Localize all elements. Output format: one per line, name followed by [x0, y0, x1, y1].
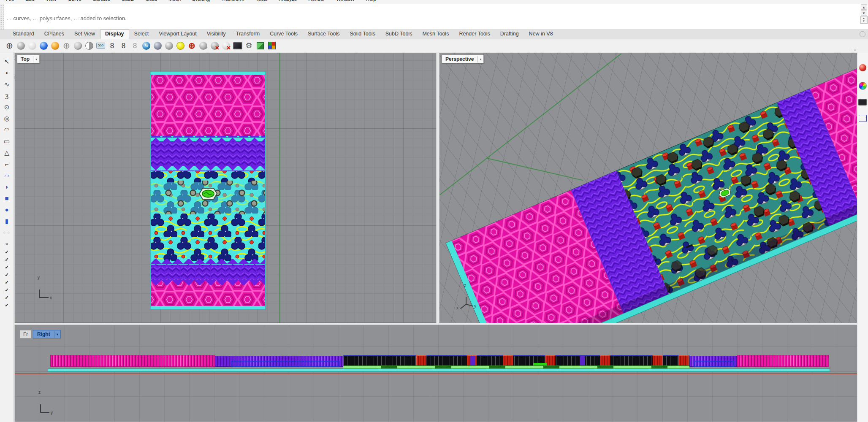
axis-label-x: x	[50, 295, 52, 300]
viewport-right[interactable]: Fr Right ▾ z y	[14, 325, 857, 422]
rendered-display-icon[interactable]	[38, 41, 49, 51]
viewport-top[interactable]: Top ▾ y x	[14, 53, 437, 323]
toolbar-tab-set-view[interactable]: Set View	[69, 29, 100, 39]
toolbar-tab-display[interactable]: Display	[100, 29, 129, 39]
toolbar-tab-subd-tools[interactable]: SubD Tools	[380, 29, 418, 39]
control-point-curve-tool-icon[interactable]: ∿	[0, 78, 14, 90]
toolbar-tab-cplanes[interactable]: CPlanes	[39, 29, 69, 39]
command-spinner[interactable]: ▲ ▼	[860, 16, 868, 24]
sphere-tool-icon[interactable]: ●	[0, 204, 14, 215]
fillet-tool-icon[interactable]: ⌐	[0, 158, 14, 170]
viewport-perspective[interactable]: Perspective ▾ z y x	[439, 53, 857, 323]
osnap-check-icon[interactable]: ✓	[5, 295, 8, 303]
raytraced-display-icon[interactable]	[50, 41, 60, 51]
chevron-down-icon[interactable]: ▾	[54, 331, 60, 338]
osnap-check-icon[interactable]: ✓	[5, 249, 8, 257]
arc-tool-icon[interactable]: ◠	[0, 124, 14, 135]
flat-shade-icon[interactable]	[175, 41, 186, 51]
ghosted-xray-display-icon[interactable]: 8	[130, 41, 140, 51]
toolbar-tab-render-tools[interactable]: Render Tools	[454, 29, 495, 39]
rhino-properties-icon[interactable]	[858, 63, 867, 72]
collapse-dash-icon[interactable]: –	[849, 47, 852, 52]
float-circle-icon[interactable]: ○	[854, 47, 856, 52]
xray-display-icon[interactable]: 8	[118, 41, 129, 51]
clear-meshes-icon[interactable]: ✕	[209, 41, 220, 51]
osnap-check-icon[interactable]: ✓	[5, 265, 8, 272]
toolbar-overflow-controls[interactable]: – ○	[849, 47, 856, 52]
menu-item-tools[interactable]: Tools	[256, 0, 268, 2]
toolbar-tab-surface-tools[interactable]: Surface Tools	[303, 29, 345, 39]
menu-item-help[interactable]: Help	[366, 0, 376, 2]
toolbar-tab-visibility[interactable]: Visibility	[202, 29, 231, 39]
more-tools-icon[interactable]: »	[0, 238, 14, 249]
osnap-tool-icon[interactable]: ○ ○	[0, 227, 14, 238]
scroll-up-icon[interactable]: ▲	[861, 4, 867, 10]
chevron-down-icon[interactable]: ▾	[477, 56, 483, 62]
ellipse-tool-icon[interactable]: ◎	[0, 113, 14, 124]
display-panel-icon[interactable]	[858, 81, 867, 90]
display-color-settings-icon[interactable]	[266, 41, 277, 51]
toolbar-tab-select[interactable]: Select	[129, 29, 154, 39]
toolbar-tab-mesh-tools[interactable]: Mesh Tools	[417, 29, 454, 39]
menu-item-transform[interactable]: Transform	[221, 0, 244, 2]
monitor-display-icon[interactable]	[232, 41, 243, 51]
osnap-check-icon[interactable]: ✓	[5, 257, 8, 265]
surface-tool-icon[interactable]: ▱	[0, 170, 14, 181]
curvature-analysis-icon[interactable]	[152, 41, 163, 51]
freeform-curve-tool-icon[interactable]: ʒ	[0, 90, 14, 101]
spinner-up-icon[interactable]: ▲	[861, 17, 867, 20]
toolbar-tab-curve-tools[interactable]: Curve Tools	[265, 29, 303, 39]
toolbar-tab-transform[interactable]: Transform	[231, 29, 265, 39]
technical-display-icon[interactable]: 500	[95, 41, 106, 51]
cylinder-tool-icon[interactable]: ▮	[0, 215, 14, 227]
ghosted-display-icon[interactable]	[27, 41, 38, 51]
viewport-tab-front[interactable]: Fr	[20, 330, 31, 338]
scroll-down-icon[interactable]: ▼	[861, 10, 867, 16]
command-gutter[interactable]	[0, 4, 4, 30]
point-tool-icon[interactable]: •	[0, 67, 14, 78]
rectangle-tool-icon[interactable]: ▭	[0, 135, 14, 147]
toolbar-tab-drafting[interactable]: Drafting	[495, 29, 524, 39]
draft-angle-icon[interactable]	[198, 41, 209, 51]
shaded-display-icon[interactable]	[16, 41, 26, 51]
libraries-panel-icon[interactable]	[858, 114, 867, 122]
osnap-check-icon[interactable]: ✓	[5, 280, 8, 287]
pen-display-icon[interactable]	[84, 41, 95, 51]
artistic-display-icon[interactable]	[73, 41, 83, 51]
wireframe-display-icon[interactable]: ⊕	[4, 41, 15, 51]
zebra-target-icon[interactable]: ⊕	[187, 41, 197, 51]
osnap-check-icon[interactable]: ✓	[5, 272, 8, 280]
osnap-check-icon[interactable]: ✓	[5, 303, 8, 310]
circle-tool-icon[interactable]: ⊙	[0, 101, 14, 113]
viewport-title-top[interactable]: Top ▾	[17, 55, 40, 63]
icon-glyph: ⊕	[6, 41, 13, 50]
monitor-panel-icon[interactable]	[858, 98, 867, 106]
monochrome-display-icon[interactable]: 8	[107, 41, 117, 51]
toolbar-tab-solid-tools[interactable]: Solid Tools	[344, 29, 380, 39]
osnap-check-icon[interactable]: ✓	[5, 287, 8, 295]
capture-view-icon[interactable]	[255, 41, 266, 51]
wireframe-globe-icon[interactable]: ⊕	[61, 41, 72, 51]
tab-overflow-icon[interactable]	[860, 31, 865, 37]
spinner-down-icon[interactable]: ▼	[861, 20, 867, 23]
environment-sphere-icon[interactable]	[164, 41, 174, 51]
chevron-down-icon[interactable]: ▾	[33, 56, 39, 62]
command-area[interactable]: … curves, … polysurfaces, … added to sel…	[0, 4, 868, 30]
menu-item-render[interactable]: Render	[308, 0, 325, 2]
viewport-title-perspective[interactable]: Perspective ▾	[442, 55, 484, 63]
sweep-tool-icon[interactable]: ◗	[0, 181, 14, 192]
refresh-shade-icon[interactable]: ✕	[221, 41, 231, 51]
menu-item-window[interactable]: Window	[336, 0, 355, 2]
menu-item-analyze[interactable]: Analyze	[279, 0, 297, 2]
menu-item-drafting[interactable]: Drafting	[192, 0, 210, 2]
toolbar-tab-new-in-v8[interactable]: New in V8	[524, 29, 558, 39]
tool-glyph: ●	[5, 206, 8, 213]
toolbar-tab-standard[interactable]: Standard	[8, 29, 39, 39]
display-options-icon[interactable]: ⇆	[141, 41, 152, 51]
box-tool-icon[interactable]: ■	[0, 192, 14, 204]
select-tool-icon[interactable]: ↖	[0, 56, 14, 67]
toolbar-tab-viewport-layout[interactable]: Viewport Layout	[154, 29, 201, 39]
polygon-tool-icon[interactable]: △	[0, 147, 14, 158]
viewport-tab-right[interactable]: Right ▾	[33, 330, 61, 338]
display-properties-icon[interactable]: ⚙	[244, 41, 254, 51]
